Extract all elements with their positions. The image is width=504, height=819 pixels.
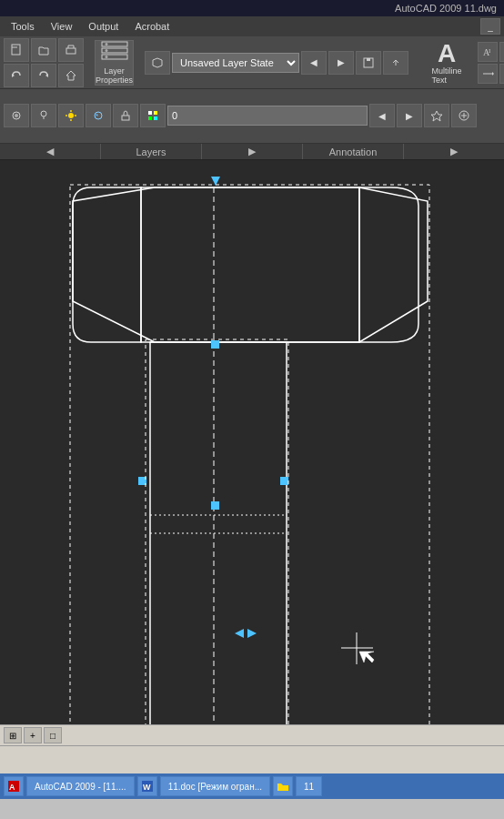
status-btn3[interactable]: □ xyxy=(44,727,62,743)
svg-rect-2 xyxy=(66,48,76,54)
layer-lock-btn[interactable] xyxy=(113,104,138,127)
anno-btn3[interactable] xyxy=(478,64,498,84)
section-layers: Layers xyxy=(101,144,202,159)
svg-rect-30 xyxy=(148,111,152,115)
annotation-row: A MultilineText AI ⊞ ⊟ xyxy=(419,40,504,86)
layer-save-btn[interactable] xyxy=(356,51,381,75)
menu-acrobat[interactable]: Acrobat xyxy=(127,19,176,34)
svg-point-10 xyxy=(105,56,107,58)
svg-point-22 xyxy=(68,113,74,118)
layer-light-btn[interactable] xyxy=(31,104,56,127)
section-annotation: Annotation xyxy=(303,144,404,159)
drawing-canvas xyxy=(0,160,504,724)
title-text: AutoCAD 2009 11.dwg xyxy=(395,3,497,14)
section-layers-arrow-right: ▶ xyxy=(202,144,303,159)
svg-point-8 xyxy=(105,43,107,46)
menu-view[interactable]: View xyxy=(44,19,80,34)
layer-restore-btn[interactable] xyxy=(383,51,408,75)
new-btn[interactable] xyxy=(4,38,29,62)
section-annotation-arrow: ▶ xyxy=(404,144,504,159)
bottom-area: ⊞ + □ A AutoCAD 2009 - [11.... W 11.doc … xyxy=(0,724,504,799)
svg-marker-17 xyxy=(492,72,494,76)
toolbar-row2-left: * 0 ◀ ▶ xyxy=(4,104,477,127)
layer-extra-btn3[interactable] xyxy=(424,104,449,127)
svg-text:W: W xyxy=(143,783,151,792)
layer-properties-icon xyxy=(100,39,129,66)
home-btn[interactable] xyxy=(58,64,84,87)
layer-state-icon1[interactable] xyxy=(145,51,170,75)
layer-properties-btn[interactable]: LayerProperties xyxy=(95,40,134,86)
layer-next-btn[interactable]: ▶ xyxy=(328,51,354,75)
anno-btn2[interactable]: ⊞ xyxy=(499,42,504,62)
toolbar-row1a xyxy=(4,38,84,62)
layer-prev-btn[interactable]: ◀ xyxy=(301,51,327,75)
folder-taskbar-btn[interactable]: 11 xyxy=(296,776,322,796)
menu-bar: Tools View Output Acrobat _ xyxy=(0,16,504,36)
svg-rect-31 xyxy=(154,111,157,115)
redo-btn[interactable] xyxy=(31,64,56,87)
layer-color-btn[interactable] xyxy=(140,104,166,127)
svg-rect-48 xyxy=(280,477,288,485)
menu-tools[interactable]: Tools xyxy=(4,19,42,34)
undo-btn[interactable] xyxy=(4,64,29,87)
svg-text:A: A xyxy=(9,783,15,792)
annotation-tools: AI ⊞ ⊟ xyxy=(478,42,504,84)
taskbar: A AutoCAD 2009 - [11.... W 11.doc [Режим… xyxy=(0,774,504,799)
layer-state-row: Unsaved Layer State ◀ ▶ xyxy=(145,51,408,75)
autocad-taskbar-btn[interactable]: AutoCAD 2009 - [11.... xyxy=(26,776,135,796)
layer-name-input[interactable]: 0 xyxy=(167,106,368,126)
folder-taskbar-icon[interactable] xyxy=(273,776,293,796)
anno-btn4[interactable]: ⊟ xyxy=(499,64,504,84)
svg-rect-49 xyxy=(211,501,219,510)
toolbar: LayerProperties Unsaved Layer State ◀ ▶ xyxy=(0,36,504,144)
status-btn2[interactable]: + xyxy=(24,727,42,743)
svg-rect-12 xyxy=(367,58,370,61)
layer-extra-btn1[interactable]: ◀ xyxy=(369,104,395,127)
svg-text:*: * xyxy=(96,112,98,120)
svg-point-9 xyxy=(105,49,107,52)
svg-point-20 xyxy=(41,111,46,116)
toolbar-left-group xyxy=(4,38,84,87)
svg-rect-38 xyxy=(0,160,504,724)
layer-extra-btn4[interactable] xyxy=(451,104,477,127)
svg-rect-29 xyxy=(122,116,129,120)
anno-btn1[interactable]: AI xyxy=(478,42,498,62)
menu-output[interactable]: Output xyxy=(81,19,126,34)
word-taskbar-icon[interactable]: W xyxy=(137,776,157,796)
layer-state-dropdown[interactable]: Unsaved Layer State xyxy=(172,53,299,73)
toolbar-row1b xyxy=(4,64,84,87)
status-bar: ⊞ + □ xyxy=(0,724,504,746)
svg-point-19 xyxy=(15,114,18,117)
annotation-group: A MultilineText AI ⊞ ⊟ xyxy=(419,40,504,86)
drawing-area[interactable] xyxy=(0,160,504,724)
layer-properties-label: LayerProperties xyxy=(96,67,133,86)
svg-rect-32 xyxy=(148,116,152,120)
autocad-system-icon[interactable]: A xyxy=(4,776,24,796)
text-icon: A xyxy=(438,41,456,66)
svg-rect-33 xyxy=(154,116,157,120)
layer-extra-btn2[interactable]: ▶ xyxy=(397,104,422,127)
layer-combo-icon1[interactable] xyxy=(4,104,29,127)
svg-marker-34 xyxy=(431,111,442,121)
multiline-text-label: MultilineText xyxy=(432,66,462,85)
layer-state-group: Unsaved Layer State ◀ ▶ xyxy=(145,51,408,75)
svg-rect-0 xyxy=(12,45,20,55)
status-btn1[interactable]: ⊞ xyxy=(4,727,22,743)
title-bar: AutoCAD 2009 11.dwg xyxy=(0,0,504,16)
section-layers-arrow-left: ◀ xyxy=(0,144,101,159)
minimize-btn[interactable]: _ xyxy=(480,18,500,35)
toolbar-row1: LayerProperties Unsaved Layer State ◀ ▶ xyxy=(0,36,504,89)
toolbar-row2: * 0 ◀ ▶ xyxy=(0,89,504,142)
svg-text:I: I xyxy=(489,47,491,55)
print-btn[interactable] xyxy=(58,38,84,62)
svg-rect-46 xyxy=(211,340,219,349)
multiline-text-btn[interactable]: A MultilineText xyxy=(419,40,474,86)
open-btn[interactable] xyxy=(31,38,56,62)
layer-sun-btn[interactable] xyxy=(58,104,84,127)
doc-taskbar-btn[interactable]: 11.doc [Режим огран... xyxy=(160,776,270,796)
section-bar: ◀ Layers ▶ Annotation ▶ xyxy=(0,144,504,160)
layer-freeze-btn[interactable]: * xyxy=(86,104,111,127)
